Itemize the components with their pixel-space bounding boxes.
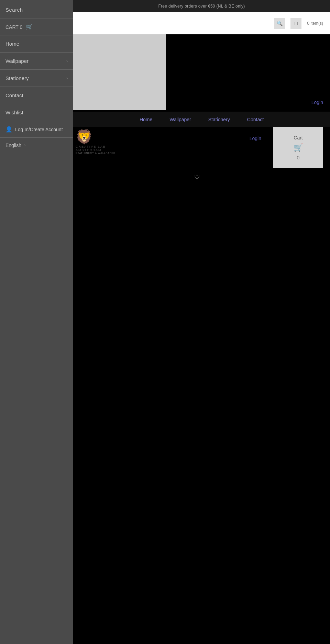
topbar: Free delivery orders over €50 (NL & BE o…: [73, 0, 330, 12]
sidebar-cart-area[interactable]: CART 0 🛒: [0, 19, 73, 35]
header-items-count: 0 item(s): [307, 21, 323, 26]
login-button-top[interactable]: Login: [311, 100, 323, 105]
sidebar-cart-text: CART 0: [6, 24, 22, 30]
hero-image: [73, 34, 166, 110]
chevron-right-icon-2: ›: [66, 76, 68, 81]
cart-icon: 🛒: [26, 24, 33, 30]
sidebar-wishlist-label: Wishlist: [6, 110, 23, 115]
sidebar-stationery-label: Stationery: [6, 75, 29, 81]
nav-bar: Home Wallpaper Stationery Contact: [73, 112, 330, 127]
sidebar-account-label: Log In/Create Account: [15, 127, 63, 132]
sidebar-search-area[interactable]: Search: [0, 0, 73, 19]
logo-animal-icon: 🦁: [76, 129, 124, 145]
search-icon-header: 🔍: [277, 21, 283, 26]
wishlist-heart-button[interactable]: ♡: [194, 173, 200, 181]
header: 🔍 □ 0 item(s): [73, 12, 330, 34]
cart-panel[interactable]: Cart 🛒 0: [273, 127, 323, 168]
cart-icon-header: □: [295, 21, 297, 26]
sidebar: Search CART 0 🛒 Home Wallpaper › Station…: [0, 0, 73, 644]
chevron-down-icon: ›: [24, 143, 25, 148]
person-icon: 👤: [6, 126, 12, 133]
header-icons: 🔍 □ 0 item(s): [274, 18, 323, 29]
topbar-text: Free delivery orders over €50 (NL & BE o…: [158, 4, 245, 9]
sidebar-contact-label: Contact: [6, 92, 23, 98]
cart-panel-icon: 🛒: [294, 143, 303, 152]
sidebar-item-home[interactable]: Home: [0, 35, 73, 53]
sidebar-item-contact[interactable]: Contact: [0, 87, 73, 104]
heart-icon: ♡: [194, 174, 200, 181]
sidebar-item-wishlist[interactable]: Wishlist: [0, 104, 73, 121]
nav-link-stationery[interactable]: Stationery: [208, 117, 230, 122]
chevron-right-icon: ›: [66, 59, 68, 64]
sidebar-home-label: Home: [6, 41, 19, 47]
header-icon-btn-1[interactable]: 🔍: [274, 18, 285, 29]
logo-brand-name: CREATIVE LAB AMSTERDAM: [76, 145, 124, 152]
login-button-main[interactable]: Login: [250, 136, 261, 141]
logo-area: 🦁 CREATIVE LAB AMSTERDAM STATIONERY & WA…: [76, 129, 124, 154]
sidebar-language-label: English: [6, 143, 21, 148]
logo-brand-sub: STATIONERY & WALLPAPER: [76, 152, 124, 154]
nav-link-contact[interactable]: Contact: [247, 117, 264, 122]
cart-panel-label: Cart: [294, 135, 302, 140]
sidebar-wallpaper-label: Wallpaper: [6, 58, 29, 64]
sidebar-account-area[interactable]: 👤 Log In/Create Account: [0, 121, 73, 138]
sidebar-item-wallpaper[interactable]: Wallpaper ›: [0, 53, 73, 70]
sidebar-search-label: Search: [6, 7, 23, 13]
sidebar-language-area[interactable]: English ›: [0, 138, 73, 153]
cart-panel-count: 0: [297, 155, 300, 160]
nav-link-home[interactable]: Home: [140, 117, 152, 122]
sidebar-item-stationery[interactable]: Stationery ›: [0, 70, 73, 87]
header-icon-btn-2[interactable]: □: [290, 18, 301, 29]
nav-link-wallpaper[interactable]: Wallpaper: [169, 117, 191, 122]
